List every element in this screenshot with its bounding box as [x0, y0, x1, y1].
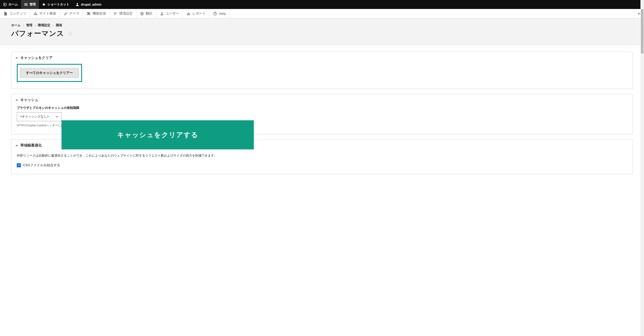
fieldset-legend-text: キャッシュをクリア	[20, 56, 52, 60]
toolbar-user-label: drupal_admin	[81, 3, 102, 6]
svg-rect-5	[35, 12, 36, 13]
annotation-callout: キャッシュをクリアする	[62, 120, 254, 149]
favorite-star-icon[interactable]: ☆	[68, 30, 73, 37]
menu-extend[interactable]: 機能拡張	[83, 9, 110, 18]
select-value: <キャッシングなし>	[20, 115, 49, 119]
menu-configuration[interactable]: 環境設定	[110, 9, 136, 18]
svg-point-15	[215, 14, 215, 15]
fieldset-clear-cache: キャッシュをクリア すべてのキャッシュをクリアー	[11, 52, 633, 89]
svg-point-4	[77, 3, 78, 5]
svg-rect-1	[24, 3, 28, 4]
breadcrumb: ホーム › 管理 › 環境設定 › 開発	[11, 23, 633, 27]
svg-point-10	[161, 12, 162, 14]
structure-icon	[34, 12, 38, 16]
menu-configuration-label: 環境設定	[119, 12, 132, 16]
toolbar-shortcuts[interactable]: ショートカット	[39, 0, 72, 9]
clear-all-caches-button[interactable]: すべてのキャッシュをクリアー	[20, 68, 79, 78]
vertical-scrollbar[interactable]	[640, 0, 644, 186]
breadcrumb-link[interactable]: 環境設定	[38, 23, 50, 27]
menu-appearance-label: テーマ	[69, 12, 80, 16]
breadcrumb-separator: ›	[52, 24, 54, 27]
menu-reports-label: レポート	[192, 12, 206, 16]
checkbox-aggregate-css[interactable]: ✓ CSSファイルを結合する	[17, 163, 627, 167]
menu-structure-label: サイト構築	[39, 12, 56, 16]
fieldset-legend-text: キャッシュ	[20, 98, 38, 102]
cache-max-age-select[interactable]: <キャッシングなし>	[17, 112, 62, 121]
file-icon	[4, 12, 8, 16]
wrench-icon	[64, 12, 68, 16]
menu-reports[interactable]: レポート	[183, 9, 210, 18]
menu-extend-label: 機能拡張	[92, 12, 106, 16]
admin-menu: コンテンツ サイト構築 テーマ 機能拡張 環境設定 翻訳 ユーザー レポート H…	[0, 9, 644, 18]
svg-rect-3	[24, 5, 28, 6]
star-icon	[42, 3, 46, 6]
annotation-highlight: すべてのキャッシュをクリアー	[17, 64, 82, 82]
checkbox-label: CSSファイルを結合する	[23, 163, 60, 167]
hamburger-icon	[24, 3, 28, 6]
svg-rect-13	[189, 13, 190, 15]
chevron-up-icon	[16, 99, 18, 101]
fieldset-legend-text: 帯域幅最適化	[20, 143, 42, 148]
svg-rect-11	[187, 14, 188, 15]
svg-rect-7	[35, 14, 36, 15]
page-title: パフォーマンス	[11, 29, 64, 39]
scrollbar-thumb[interactable]	[641, 9, 644, 54]
bandwidth-description: 外部リソースは自動的に最適化することができ、これによりあなたのウェブサイトに対す…	[17, 154, 627, 158]
fieldset-legend-caching[interactable]: キャッシュ	[12, 94, 632, 106]
toolbar-home-label: ホーム	[8, 3, 18, 7]
breadcrumb-separator: ›	[35, 24, 36, 27]
menu-translate[interactable]: 翻訳	[136, 9, 156, 18]
chevron-up-icon	[16, 144, 18, 147]
chevron-down-icon	[56, 115, 58, 118]
back-icon	[3, 3, 7, 6]
svg-rect-8	[36, 14, 37, 15]
chart-icon	[186, 12, 190, 16]
menu-appearance[interactable]: テーマ	[60, 9, 83, 18]
menu-people[interactable]: ユーザー	[156, 9, 183, 18]
toolbar-user[interactable]: drupal_admin	[72, 0, 105, 9]
fieldset-legend-clear-cache[interactable]: キャッシュをクリア	[12, 52, 632, 64]
menu-structure[interactable]: サイト構築	[30, 9, 60, 18]
toolbar-manage[interactable]: 管理	[21, 0, 39, 9]
svg-rect-6	[34, 14, 35, 15]
menu-help[interactable]: Help	[210, 9, 230, 18]
svg-rect-12	[188, 13, 189, 15]
checkbox-checked-icon: ✓	[17, 163, 21, 167]
person-icon	[160, 12, 164, 16]
user-icon	[76, 3, 79, 6]
toolbar-shortcuts-label: ショートカット	[48, 3, 69, 7]
tools-icon	[113, 12, 118, 16]
menu-content-label: コンテンツ	[10, 12, 26, 16]
puzzle-icon	[87, 12, 91, 16]
menu-translate-label: 翻訳	[146, 12, 152, 16]
chevron-up-icon	[16, 57, 18, 59]
globe-icon	[140, 12, 144, 16]
svg-point-0	[3, 3, 6, 6]
toolbar-manage-label: 管理	[30, 3, 36, 7]
svg-rect-2	[24, 4, 28, 5]
toolbar-back-home[interactable]: ホーム	[0, 0, 21, 9]
cache-max-age-label: ブラウザとプロキシのキャッシュの有効期限	[17, 106, 627, 110]
breadcrumb-separator: ›	[23, 24, 24, 27]
menu-people-label: ユーザー	[166, 12, 179, 16]
menu-content[interactable]: コンテンツ	[0, 9, 30, 18]
page-header: ホーム › 管理 › 環境設定 › 開発 パフォーマンス ☆	[0, 18, 644, 45]
help-icon	[213, 12, 217, 16]
main-content: キャッシュをクリア すべてのキャッシュをクリアー キャッシュ ブラウザとプロキシ…	[0, 45, 644, 186]
breadcrumb-link[interactable]: ホーム	[11, 23, 20, 27]
menu-help-label: Help	[219, 12, 226, 16]
annotation-callout-text: キャッシュをクリアする	[117, 130, 198, 139]
breadcrumb-link[interactable]: 管理	[26, 23, 32, 27]
admin-toolbar: ホーム 管理 ショートカット drupal_admin	[0, 0, 644, 9]
breadcrumb-link[interactable]: 開発	[56, 23, 62, 27]
